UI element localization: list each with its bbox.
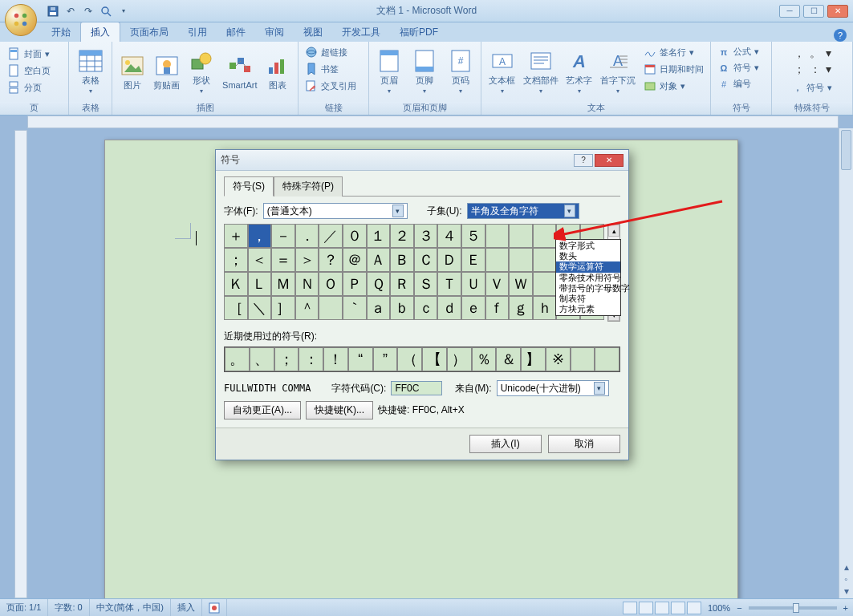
symbol-cell[interactable]: ｄ — [437, 296, 461, 320]
save-icon[interactable] — [45, 3, 61, 19]
symbol-cell[interactable]: Ｎ — [295, 272, 319, 296]
insert-button[interactable]: 插入(I) — [469, 435, 542, 453]
zoom-in-button[interactable]: + — [843, 603, 848, 613]
symbol-cell[interactable]: ； — [224, 248, 248, 272]
recent-symbol-cell[interactable]: ” — [373, 347, 398, 371]
symbol-cell[interactable]: ５ — [461, 224, 485, 248]
symbol-cell[interactable] — [533, 248, 557, 272]
recent-symbol-cell[interactable]: （ — [397, 347, 422, 371]
font-combo[interactable]: (普通文本)▾ — [263, 203, 408, 219]
pagenum-button[interactable]: #页码▾ — [444, 44, 477, 99]
blank-page-button[interactable]: 空白页 — [5, 63, 54, 79]
recent-symbol-cell[interactable]: 】 — [521, 347, 546, 371]
recent-symbol-cell[interactable]: “ — [348, 347, 373, 371]
bookmark-button[interactable]: 书签 — [302, 61, 359, 77]
qat-customize-icon[interactable]: ▾ — [116, 3, 132, 19]
symbol-button[interactable]: Ω符号 ▾ — [714, 60, 762, 75]
symbol-cell[interactable]: ＜ — [248, 248, 272, 272]
symbol-cell[interactable]: ＞ — [295, 248, 319, 272]
clipart-button[interactable]: 剪贴画 — [150, 44, 183, 99]
datetime-button[interactable]: 日期和时间 — [640, 61, 707, 77]
from-combo[interactable]: Unicode(十六进制)▾ — [497, 380, 609, 396]
tab-developer[interactable]: 开发工具 — [332, 22, 390, 42]
subset-combo[interactable]: 半角及全角字符▾ — [467, 203, 579, 219]
autocorrect-button[interactable]: 自动更正(A)... — [224, 401, 301, 419]
recent-symbol-cell[interactable]: 。 — [225, 347, 250, 371]
symbol-cell[interactable]: Ｋ — [224, 272, 248, 296]
symbol-cell[interactable]: Ｑ — [367, 272, 391, 296]
equation-button[interactable]: π公式 ▾ — [714, 44, 762, 59]
minimize-button[interactable]: ─ — [779, 5, 800, 18]
symbol-cell[interactable]: ， — [248, 224, 272, 248]
recent-symbol-cell[interactable] — [571, 347, 595, 371]
symbol-cell[interactable]: ｇ — [509, 296, 533, 320]
office-button[interactable] — [5, 4, 37, 36]
symbol-cell[interactable]: Ｄ — [437, 248, 461, 272]
recent-symbol-cell[interactable] — [595, 347, 619, 371]
subset-option[interactable]: 数头 — [556, 251, 620, 261]
symbol-cell[interactable]: Ｗ — [509, 272, 533, 296]
symbol-cell[interactable]: ４ — [437, 224, 461, 248]
symbol-cell[interactable] — [509, 224, 533, 248]
recent-symbol-cell[interactable]: 【 — [422, 347, 447, 371]
subset-option[interactable]: 零杂技术用符号 — [556, 273, 620, 283]
textbox-button[interactable]: A文本框▾ — [485, 44, 519, 99]
symbol-cell[interactable]: Ｂ — [390, 248, 414, 272]
zoom-out-button[interactable]: − — [737, 603, 741, 613]
tab-pagelayout[interactable]: 页面布局 — [120, 22, 178, 42]
scroll-up-icon[interactable]: ▴ — [608, 225, 619, 237]
symbol-cell[interactable]: － — [271, 224, 295, 248]
header-button[interactable]: 页眉▾ — [372, 44, 406, 99]
table-button[interactable]: 表格▾ — [72, 44, 108, 99]
symbol-cell[interactable] — [485, 248, 510, 272]
symbol-cell[interactable]: ａ — [367, 296, 391, 320]
quickparts-button[interactable]: 文档部件▾ — [521, 44, 560, 99]
symbol-cell[interactable]: ＝ — [271, 248, 295, 272]
dropcap-button[interactable]: A首字下沉▾ — [598, 44, 637, 99]
page-break-button[interactable]: 分页 — [5, 79, 54, 95]
symbol-cell[interactable]: Ｔ — [437, 272, 461, 296]
symbol-cell[interactable] — [485, 224, 510, 248]
view-outline[interactable] — [671, 602, 685, 614]
symbol-cell[interactable]: Ｅ — [461, 248, 485, 272]
tab-review[interactable]: 审阅 — [255, 22, 294, 42]
recent-symbol-cell[interactable]: ： — [299, 347, 323, 371]
symbol-cell[interactable]: Ａ — [367, 248, 391, 272]
recent-symbol-cell[interactable]: 、 — [250, 347, 274, 371]
footer-button[interactable]: 页脚▾ — [408, 44, 441, 99]
symbol-cell[interactable]: ． — [295, 224, 319, 248]
symbol-cell[interactable]: Ｐ — [343, 272, 367, 296]
symbol-cell[interactable]: ］ — [271, 296, 295, 320]
cover-page-button[interactable]: 封面 ▾ — [5, 46, 54, 62]
cancel-button[interactable]: 取消 — [548, 435, 620, 453]
symbol-cell[interactable]: ＼ — [248, 296, 272, 320]
symbol-cell[interactable] — [533, 272, 557, 296]
symbol-cell[interactable] — [319, 296, 343, 320]
tab-home[interactable]: 开始 — [42, 22, 80, 42]
symbol-cell[interactable]: ＠ — [343, 248, 367, 272]
symbol-cell[interactable]: Ｕ — [461, 272, 485, 296]
undo-icon[interactable]: ↶ — [63, 3, 79, 19]
maximize-button[interactable]: ☐ — [803, 5, 824, 18]
view-web[interactable] — [655, 602, 669, 614]
symbol-cell[interactable]: ３ — [414, 224, 438, 248]
zoom-slider[interactable] — [749, 606, 837, 610]
symbol-cell[interactable]: ｂ — [390, 296, 414, 320]
hyperlink-button[interactable]: 超链接 — [302, 44, 359, 60]
tab-references[interactable]: 引用 — [178, 22, 217, 42]
symbol-cell[interactable]: ［ — [224, 296, 248, 320]
zoom-slider-thumb[interactable] — [793, 603, 799, 613]
subset-option[interactable]: 带括号的字母数字 — [556, 283, 620, 294]
code-input[interactable] — [391, 381, 442, 395]
view-print-layout[interactable] — [623, 602, 637, 614]
symbol-cell[interactable] — [509, 248, 533, 272]
symbol-cell[interactable]: ０ — [343, 224, 367, 248]
crossref-button[interactable]: 交叉引用 — [302, 78, 359, 94]
symbol-cell[interactable]: ＾ — [295, 296, 319, 320]
tab-view[interactable]: 视图 — [294, 22, 332, 42]
symbol-cell[interactable]: ｀ — [343, 296, 367, 320]
recent-symbol-cell[interactable]: ＆ — [496, 347, 521, 371]
horizontal-ruler[interactable] — [27, 116, 839, 128]
subset-option[interactable]: 数字形式 — [556, 241, 620, 251]
dialog-tab-symbols[interactable]: 符号(S) — [224, 176, 274, 197]
